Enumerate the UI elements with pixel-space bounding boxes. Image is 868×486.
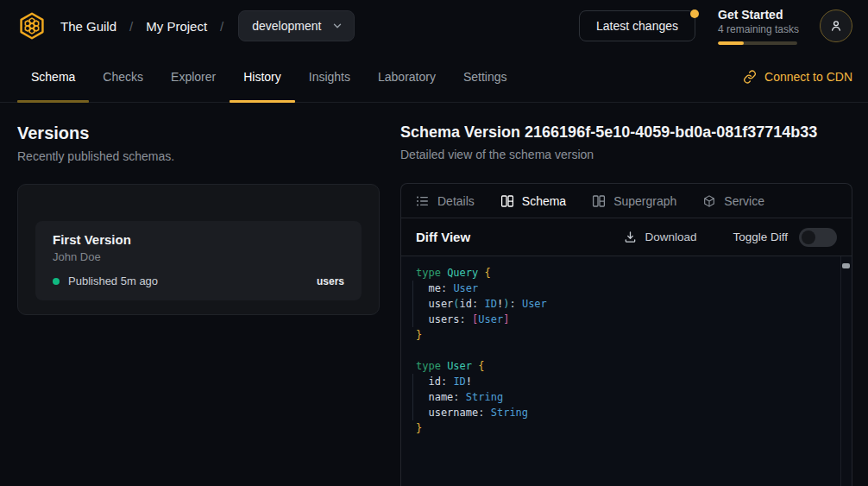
nav-tab-checks[interactable]: Checks [89, 52, 157, 102]
versions-list-card: First Version John Doe Published 5m ago … [17, 184, 380, 315]
detail-tab-label: Details [437, 194, 475, 208]
person-icon [829, 19, 843, 33]
code-line: users: [User] [416, 312, 831, 327]
breadcrumb-project[interactable]: My Project [146, 19, 207, 34]
nav-tab-settings[interactable]: Settings [450, 52, 521, 102]
diff-view-header: Diff View Download Toggle Diff [401, 218, 852, 256]
connect-to-cdn-label: Connect to CDN [764, 70, 852, 84]
download-button[interactable]: Download [624, 230, 696, 243]
version-list-item[interactable]: First Version John Doe Published 5m ago … [35, 221, 362, 300]
version-name: First Version [53, 232, 344, 247]
version-status: Published 5m ago [68, 275, 158, 287]
nav-tab-laboratory[interactable]: Laboratory [364, 52, 450, 102]
notification-dot [690, 9, 699, 18]
get-started-widget[interactable]: Get Started 4 remaining tasks [718, 8, 797, 45]
cube-icon [702, 194, 716, 208]
schema-version-title: Schema Version 2166196f-5e10-4059-bd0a-0… [400, 123, 852, 142]
nav-tab-explorer[interactable]: Explorer [157, 52, 230, 102]
toggle-diff-switch[interactable] [799, 228, 837, 247]
nav-tabs: SchemaChecksExplorerHistoryInsightsLabor… [17, 52, 521, 102]
environment-select[interactable]: development [238, 10, 355, 41]
get-started-title: Get Started [718, 8, 797, 22]
columns-icon [592, 194, 606, 208]
breadcrumb-org[interactable]: The Guild [60, 19, 116, 34]
versions-column: Versions Recently published schemas. Fir… [17, 123, 380, 486]
code-line: type Query { [416, 265, 831, 281]
get-started-subtitle: 4 remaining tasks [718, 23, 797, 35]
service-badge: users [317, 275, 344, 287]
version-status-row: Published 5m ago users [53, 275, 344, 287]
schema-version-subtitle: Detailed view of the schema version [400, 148, 852, 161]
diff-actions: Download Toggle Diff [624, 228, 837, 247]
detail-tab-service[interactable]: Service [702, 194, 764, 208]
code-line: } [416, 420, 831, 436]
code-line [416, 343, 831, 358]
detail-tab-supergraph[interactable]: Supergraph [592, 194, 676, 208]
detail-tab-label: Service [724, 194, 764, 208]
version-author: John Doe [53, 250, 344, 263]
switch-knob [802, 230, 815, 244]
schema-code-view[interactable]: type Query { me: User user(id: ID!): Use… [401, 256, 852, 486]
code-line: } [416, 327, 831, 343]
detail-tab-label: Supergraph [613, 194, 676, 208]
connect-to-cdn-button[interactable]: Connect to CDN [743, 52, 852, 102]
columns-icon [500, 194, 514, 208]
user-avatar[interactable] [820, 9, 852, 42]
toggle-diff-group: Toggle Diff [733, 228, 837, 247]
versions-title: Versions [17, 123, 380, 143]
toggle-diff-label: Toggle Diff [733, 230, 788, 243]
header-right: Latest changes Get Started 4 remaining t… [579, 8, 852, 45]
environment-select-value: development [252, 19, 321, 33]
hive-logo-icon[interactable] [17, 11, 47, 41]
code-line: type User { [416, 358, 831, 374]
scrollbar-thumb[interactable] [842, 263, 850, 268]
download-label: Download [645, 230, 696, 243]
code-line: name: String [416, 389, 831, 405]
code-line: id: ID! [416, 374, 831, 389]
code-line: me: User [416, 281, 831, 296]
code-line: username: String [416, 405, 831, 420]
versions-subtitle: Recently published schemas. [17, 149, 380, 163]
progress-fill [718, 41, 744, 45]
version-detail-column: Schema Version 2166196f-5e10-4059-bd0a-0… [400, 123, 852, 486]
detail-tab-schema[interactable]: Schema [500, 194, 566, 208]
code-line: user(id: ID!): User [416, 296, 831, 312]
get-started-progressbar [718, 41, 797, 45]
chevron-down-icon [331, 20, 343, 32]
latest-changes-button[interactable]: Latest changes [579, 10, 695, 41]
top-header: The Guild / My Project / development Lat… [0, 0, 868, 52]
detail-tab-details[interactable]: Details [416, 194, 475, 208]
list-icon [416, 194, 430, 208]
breadcrumb-separator: / [129, 19, 133, 34]
detail-tabs: DetailsSchemaSupergraphService [401, 184, 852, 218]
link-icon [743, 70, 757, 84]
nav-tab-history[interactable]: History [230, 52, 295, 102]
published-dot-icon [53, 278, 60, 285]
nav-tab-insights[interactable]: Insights [295, 52, 364, 102]
nav-tab-schema[interactable]: Schema [17, 52, 89, 102]
scrollbar-track [840, 256, 841, 486]
breadcrumb-separator: / [220, 19, 223, 34]
detail-tab-label: Schema [522, 194, 566, 208]
diff-view-title: Diff View [416, 230, 470, 244]
version-detail-panel: DetailsSchemaSupergraphService Diff View… [400, 183, 852, 486]
target-nav: SchemaChecksExplorerHistoryInsightsLabor… [0, 52, 868, 103]
main-content: Versions Recently published schemas. Fir… [0, 103, 868, 486]
download-icon [624, 230, 637, 243]
